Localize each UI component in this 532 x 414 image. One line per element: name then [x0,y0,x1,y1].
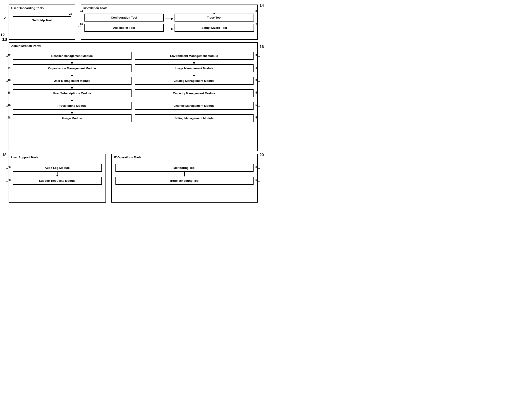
bracket-60: ⌒ [258,168,260,171]
bracket-56: ⌒ [6,168,8,171]
arrow-image-catalog [135,72,254,77]
provisioning: Provisioning Module [13,102,132,110]
bracket-44: ⌒ [6,69,8,72]
main-diagram: 10 ↙ User Onboarding Tools 22 ⌒ Self-Hel… [9,5,258,203]
bracket-32: ⌒ [258,56,260,59]
bracket-62: ⌒ [258,181,260,184]
arrow-org-user [13,72,132,77]
user-onboarding-label: User Onboarding Tools [11,6,44,10]
admin-portal-section: Administration Portal 42 ⌒ Reseller Mana… [9,42,258,151]
bracket-50: ⌒ [258,93,260,97]
capacity-mgmt: Capacity Management Module [135,89,254,97]
support-req: Support Requests Module [13,177,102,185]
ref-18: 18 [2,153,7,157]
reseller-mgmt: Reseller Management Module [13,52,132,60]
ref-12: 12 [0,33,5,37]
arrow-prov-usage [13,110,132,114]
user-mgmt: User Management Module [13,77,132,85]
installation-label: Installation Tools [84,6,107,10]
audit-log: Audit Log Module [13,164,102,172]
configuration-tool: Configuration Tool [85,14,164,21]
ref-24: 24 [80,10,83,13]
self-help-tool: Self-Help Tool [13,16,71,24]
bracket-30: ⌒ [258,12,260,16]
bracket-38: ⌒ [6,93,8,97]
left-modules-col: 42 ⌒ Reseller Management Module 44 ⌒ [13,52,132,122]
bracket-24: ⌒ [78,12,81,16]
it-ops-section: IT Operations Tools 60 ⌒ Monitoring Tool [111,154,258,203]
installation-section: Installation Tools 24 ⌒ Configuration To… [81,5,258,40]
org-mgmt: Organization Management Module [13,64,132,72]
bracket-36: ⌒ [258,81,260,84]
user-subs: User Subscriptions Module [13,89,132,97]
user-onboarding-section: User Onboarding Tools 22 ⌒ Self-Help Too… [9,5,75,40]
license-mgmt: License Management Module [135,102,254,110]
arrow-audit-support [13,172,102,177]
monitoring-tool: Monitoring Tool [115,164,254,172]
ref-16: 16 [260,45,264,49]
user-support-section: User Support Tools 56 ⌒ Audit Log Module [9,154,106,203]
ref-26: 26 [255,23,258,26]
arrow-env-image [135,60,254,64]
catalog-mgmt: Catalog Management Module [135,77,254,85]
troubleshooting-tool: Troubleshooting Tool [115,177,254,185]
bracket-40: ⌒ [6,81,8,84]
user-support-label: User Support Tools [11,156,38,159]
bracket-54: ⌒ [258,118,260,122]
ref-arrow-12: ↙ [4,16,6,20]
env-mgmt: Environment Management Module [135,52,254,60]
bracket-46: ⌒ [6,106,8,109]
arrow-subs-prov [13,97,132,102]
bracket-52: ⌒ [258,106,260,109]
ref-22: 22 [69,12,72,15]
ref-30: 30 [255,10,258,13]
billing-mgmt: Billing Management Module [135,114,254,122]
usage: Usage Module [13,114,132,122]
bracket-28: ⌒ [78,26,81,29]
arrow-monitoring-trouble [115,172,254,177]
image-mgmt: Image Management Module [135,64,254,72]
ref-14: 14 [260,3,264,8]
assembler-tool: Assembler Tool [85,24,164,32]
bracket-48: ⌒ [6,118,8,122]
ref-10: 10 [2,37,7,42]
bracket-58: ⌒ [6,181,8,184]
bracket-22: ⌒ [73,15,76,19]
bracket-42: ⌒ [6,56,8,59]
arrow-user-subs [13,85,132,89]
admin-portal-label: Administration Portal [11,44,41,48]
ref-20: 20 [260,153,264,157]
bracket-34: ⌒ [258,69,260,72]
it-ops-label: IT Operations Tools [114,156,142,159]
right-modules-col: 32 ⌒ Environment Management Module 34 [135,52,254,122]
arrow-reseller-org [13,60,132,64]
setup-wizard-tool: Setup Wizard Tool [175,24,254,32]
